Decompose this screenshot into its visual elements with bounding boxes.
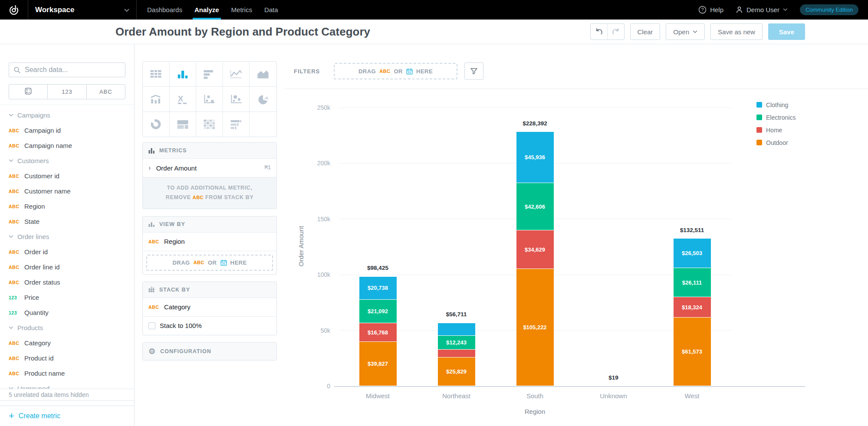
stack-by-panel-header[interactable]: STACK BY (143, 282, 276, 298)
viz-type-combo[interactable] (143, 87, 170, 112)
combo-chart-icon (149, 94, 162, 105)
configuration-panel-header[interactable]: ⚙ CONFIGURATION (143, 343, 276, 360)
user-icon (736, 6, 743, 13)
abc-badge: ABC (9, 128, 24, 133)
viz-type-bullet[interactable] (223, 112, 250, 137)
catalog-item-order-id[interactable]: ABCOrder id (9, 244, 125, 259)
catalog-tab-metrics[interactable] (9, 85, 47, 99)
stack-by-item-category[interactable]: ABC Category (143, 298, 276, 317)
legend-item-clothing[interactable]: Clothing (756, 98, 796, 111)
search-input[interactable] (9, 62, 125, 77)
create-metric-button[interactable]: + Create metric (0, 406, 134, 426)
bar-segment-home-west[interactable]: $18,324 (674, 297, 711, 317)
viz-type-treemap[interactable] (170, 112, 197, 137)
legend-item-outdoor[interactable]: Outdoor (756, 136, 796, 149)
nav-item-metrics[interactable]: Metrics (225, 0, 258, 20)
legend-item-electronics[interactable]: Electronics (756, 111, 796, 124)
viz-type-table[interactable] (143, 62, 170, 87)
bar-segment-outdoor-northeast[interactable]: $25,829 (438, 357, 475, 386)
abc-badge: ABC (9, 371, 24, 376)
bar-segment-home-midwest[interactable]: $16,768 (359, 323, 397, 341)
bar-segment-electronics-south[interactable]: $42,606 (516, 183, 554, 230)
viz-type-headline[interactable]: X (170, 87, 197, 112)
catalog-group-order-lines[interactable]: Order lines (9, 229, 125, 244)
catalog-item-product-name[interactable]: ABCProduct name (9, 366, 125, 381)
nav-item-dashboards[interactable]: Dashboards (141, 0, 188, 20)
headline-chart-icon: X (176, 94, 189, 105)
redo-button[interactable] (607, 24, 624, 39)
catalog-item-order-status[interactable]: ABCOrder status (9, 275, 125, 290)
nav-item-data[interactable]: Data (258, 0, 284, 20)
legend-item-home[interactable]: Home (756, 124, 796, 136)
catalog-item-order-line-id[interactable]: ABCOrder line id (9, 259, 125, 275)
stack-to-100-row[interactable]: Stack to 100% (143, 317, 276, 335)
gooddata-logo[interactable] (0, 0, 28, 20)
drop-zone-or-label: OR (208, 259, 217, 266)
bar-segment-electronics-northeast[interactable]: $12,243 (438, 336, 475, 349)
catalog-item-customer-id[interactable]: ABCCustomer id (9, 168, 125, 184)
viz-type-line[interactable] (223, 62, 250, 87)
bar-segment-value-label: $18,324 (682, 304, 702, 311)
abc-badge: ABC (9, 174, 24, 179)
chart-region: FILTERS DRAG ABC OR 31 HERE (284, 44, 868, 426)
nav-item-analyze[interactable]: Analyze (188, 0, 225, 20)
catalog-item-price[interactable]: 123Price (9, 290, 125, 305)
view-by-item-label: Region (164, 238, 185, 245)
viz-type-heatmap[interactable] (196, 112, 223, 137)
user-menu[interactable]: Demo User (736, 6, 788, 13)
table-chart-icon (149, 69, 162, 79)
viz-type-bubble[interactable] (223, 87, 250, 112)
bar-segment-clothing-northeast[interactable] (438, 323, 475, 336)
bar-segment-electronics-west[interactable]: $26,111 (674, 268, 711, 297)
catalog-group-products[interactable]: Products (9, 320, 125, 335)
stack-to-100-checkbox[interactable] (148, 322, 155, 329)
save-as-new-button[interactable]: Save as new (710, 23, 763, 40)
save-button[interactable]: Save (768, 23, 805, 40)
filters-drop-zone[interactable]: DRAG ABC OR 31 HERE (334, 63, 457, 79)
bar-segment-home-northeast[interactable] (438, 350, 475, 357)
catalog-item-campaign-id[interactable]: ABCCampaign id (9, 123, 125, 138)
x-axis-title: Region (509, 408, 561, 415)
stack-by-panel: STACK BY ABC Category Stack to 100% (142, 282, 277, 335)
catalog-group-campaigns[interactable]: Campaigns (9, 108, 125, 123)
catalog-item-customer-name[interactable]: ABCCustomer name (9, 184, 125, 199)
catalog-item-region[interactable]: ABCRegion (9, 199, 125, 214)
view-by-item-region[interactable]: ABC Region (143, 233, 276, 251)
view-by-drop-zone[interactable]: DRAG ABC OR 31 HERE (146, 255, 273, 271)
bar-segment-electronics-midwest[interactable]: $21,092 (359, 300, 397, 323)
viz-type-scatter[interactable] (196, 87, 223, 112)
bar-segment-clothing-west[interactable]: $26,503 (674, 239, 711, 268)
viz-type-bar[interactable] (196, 62, 223, 87)
open-button[interactable]: Open (666, 23, 705, 40)
bar-segment-outdoor-west[interactable]: $61,573 (674, 318, 711, 386)
bar-segment-outdoor-south[interactable]: $105,222 (516, 269, 554, 386)
viz-type-donut[interactable] (143, 112, 170, 137)
catalog-tab-abc[interactable]: ABC (86, 85, 125, 99)
catalog-item-quantity[interactable]: 123Quantity (9, 305, 125, 320)
catalog-group-ungrouped[interactable]: Ungrouped (9, 381, 125, 389)
viz-type-pie[interactable] (250, 87, 276, 112)
viz-type-column[interactable] (170, 62, 197, 87)
metrics-panel-header[interactable]: METRICS (143, 143, 276, 159)
catalog-tab-123[interactable]: 123 (47, 85, 86, 99)
view-by-panel-header[interactable]: VIEW BY (143, 216, 276, 233)
undo-button[interactable] (591, 24, 607, 39)
filter-funnel-button[interactable] (464, 62, 483, 80)
chevron-down-icon (9, 235, 13, 238)
catalog-item-campaign-name[interactable]: ABCCampaign name (9, 138, 125, 153)
catalog-item-state[interactable]: ABCState (9, 214, 125, 229)
search-wrap (9, 62, 125, 77)
catalog-item-product-id[interactable]: ABCProduct id (9, 351, 125, 366)
bar-segment-clothing-midwest[interactable]: $20,738 (359, 277, 397, 299)
workspace-selector[interactable]: Workspace (28, 0, 137, 20)
metric-item-order-amount[interactable]: › Order Amount M1 (143, 159, 276, 177)
clear-button[interactable]: Clear (630, 23, 661, 40)
bar-segment-clothing-south[interactable]: $45,936 (516, 132, 554, 183)
catalog-item-category[interactable]: ABCCategory (9, 335, 125, 351)
bar-segment-outdoor-midwest[interactable]: $39,827 (359, 342, 397, 386)
viz-type-area[interactable] (250, 62, 276, 87)
catalog-group-customers[interactable]: Customers (9, 153, 125, 168)
help-menu[interactable]: ? Help (698, 6, 723, 14)
catalog-item-label: Price (24, 294, 39, 301)
bar-segment-home-south[interactable]: $34,629 (516, 230, 554, 269)
